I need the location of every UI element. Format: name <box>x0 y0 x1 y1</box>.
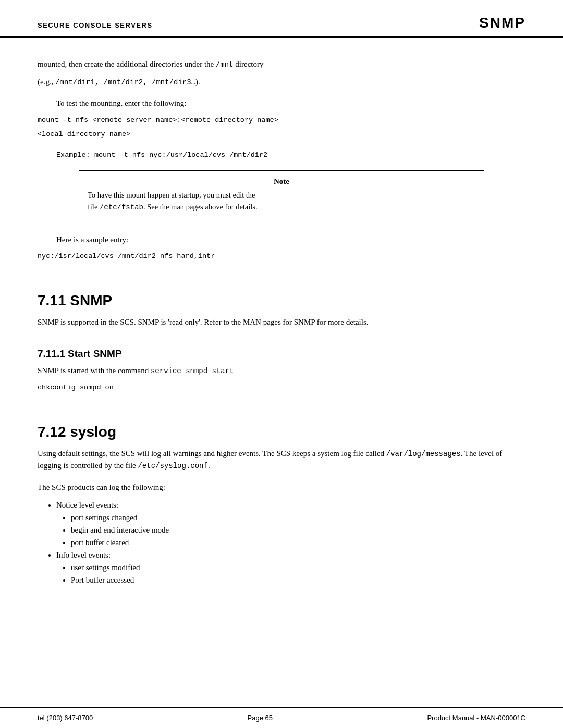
notice-level-item: Notice level events: port settings chang… <box>56 499 525 549</box>
list-item: begin and end interactive mode <box>71 524 525 536</box>
footer-right: Product Manual - MAN-000001C <box>427 714 525 722</box>
intro-code-1: /mnt <box>216 60 234 69</box>
info-level-label: Info level events: <box>56 551 111 559</box>
section-712-body: Using default settings, the SCS will log… <box>38 448 525 472</box>
info-inner-list: user settings modified Port buffer acces… <box>71 561 525 586</box>
outer-list: Notice level events: port settings chang… <box>56 499 525 586</box>
list-item: port settings changed <box>71 511 525 524</box>
code-example-label: Example: <box>56 151 94 159</box>
page-footer: tel (203) 647-8700 Page 65 Product Manua… <box>0 707 563 728</box>
intro-text-2: (e.g., <box>38 78 55 86</box>
header-right: SNMP <box>479 15 525 31</box>
info-level-item: Info level events: user settings modifie… <box>56 549 525 586</box>
note-title: Note <box>88 177 475 186</box>
footer-center: Page 65 <box>248 714 273 722</box>
scs-can-log: The SCS products can log the following: <box>38 482 525 493</box>
intro-code-2: /mnt/dir1, /mnt/dir2, /mnt/dir3… <box>55 78 195 87</box>
code-mount-1: mount -t nfs <remote server name>:<remot… <box>38 115 525 126</box>
note-box: Note To have this mount happen at startu… <box>79 170 484 220</box>
list-item: Port buffer accessed <box>71 574 525 586</box>
sample-entry-code: nyc:/isr/local/cvs /mnt/dir2 nfs hard,in… <box>38 251 525 262</box>
section-7111-code-2: chkconfig snmpd on <box>38 382 525 393</box>
header-left: Secure Console Servers <box>38 21 153 29</box>
note-text-1: To have this mount happen at startup, yo… <box>88 191 255 199</box>
page-header: Secure Console Servers SNMP <box>0 0 563 38</box>
section-712-code-1: /var/log/messages <box>386 450 461 458</box>
list-item: port buffer cleared <box>71 536 525 549</box>
section-711-body: SNMP is supported in the SCS. SNMP is 'r… <box>38 316 525 328</box>
code-example-line: Example: mount -t nfs nyc:/usr/local/cvs… <box>56 150 525 161</box>
note-code-1: /etc/fstab <box>100 203 143 212</box>
section-7111-body: SNMP is started with the command service… <box>38 365 525 377</box>
notice-level-label: Notice level events: <box>56 501 118 509</box>
note-text-2: file <box>88 203 100 211</box>
notice-inner-list: port settings changed begin and end inte… <box>71 511 525 549</box>
section-712-text-3: . <box>208 461 210 470</box>
intro-text-2b: ). <box>195 78 200 86</box>
section-712-heading: 7.12 syslog <box>38 424 525 440</box>
page-content: mounted, then create the additional dire… <box>0 38 563 707</box>
list-item: user settings modified <box>71 561 525 574</box>
sample-entry-intro: Here is a sample entry: <box>56 234 525 246</box>
section-7111-text-1: SNMP is started with the command <box>38 366 151 375</box>
section-712-text-1: Using default settings, the SCS will log… <box>38 449 386 458</box>
section-7111-code-1: service snmpd start <box>151 367 234 375</box>
code-mount-2: <local directory name> <box>38 129 525 140</box>
intro-paragraph-2: (e.g., /mnt/dir1, /mnt/dir2, /mnt/dir3…)… <box>38 76 525 89</box>
section-712-code-2: /etc/syslog.conf <box>138 462 207 470</box>
intro-text-1: mounted, then create the additional dire… <box>38 60 216 68</box>
test-mount-line: To test the mounting, enter the followin… <box>56 97 525 109</box>
code-example: mount -t nfs nyc:/usr/local/cvs /mnt/dir… <box>94 151 267 159</box>
intro-text-1b: directory <box>234 60 264 68</box>
note-text-3: . See the man pages above for details. <box>143 203 258 211</box>
page-container: Secure Console Servers SNMP mounted, the… <box>0 0 563 728</box>
footer-left: tel (203) 647-8700 <box>38 714 93 722</box>
section-711-heading: 7.11 SNMP <box>38 292 525 309</box>
section-7111-heading: 7.11.1 Start SNMP <box>38 348 525 360</box>
note-text: To have this mount happen at startup, yo… <box>88 189 475 213</box>
intro-paragraph: mounted, then create the additional dire… <box>38 58 525 71</box>
